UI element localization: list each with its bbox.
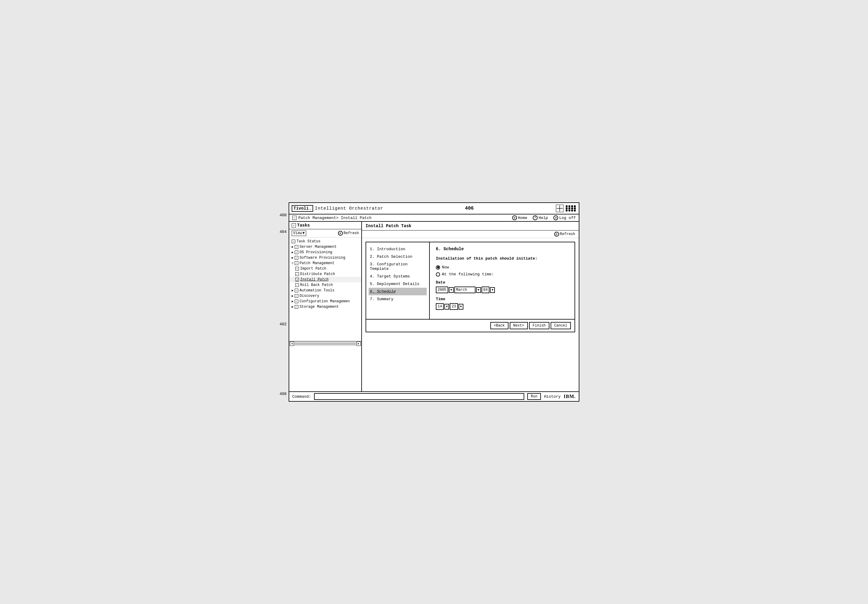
view-arrow: ▼ — [302, 231, 305, 235]
tivoli-label: Tivoli. — [291, 205, 313, 212]
time-row: 14 ▼ 23 ▼ — [436, 303, 569, 310]
sidebar-item-import-patch[interactable]: ✓ Import Patch — [289, 266, 361, 272]
home-link[interactable]: ⊙ Home — [512, 215, 527, 220]
sidebar-label-automation: Automation Tools — [299, 288, 334, 293]
scroll-right-btn[interactable]: ▶ — [356, 342, 361, 346]
arrow-automation: ▶ — [291, 289, 293, 292]
checkbox-import-patch: ✓ — [295, 267, 299, 270]
wizard-step-2[interactable]: 2. Patch Selection — [369, 253, 427, 261]
sidebar-label-distribute-patch: Distribute Patch — [300, 272, 335, 276]
year-dropdown-btn[interactable]: ▼ — [449, 287, 454, 293]
nav-bar: ✓ Patch Management> Install Patch ⊙ Home… — [289, 214, 579, 222]
wizard-step-5[interactable]: 5. Deployment Details — [369, 280, 427, 288]
radio-at-time[interactable] — [436, 272, 440, 276]
sidebar-item-rollback-patch[interactable]: ✓ Roll Back Patch — [289, 282, 361, 288]
checkbox-server-mgmt: ✓ — [294, 245, 298, 249]
step-1-num: 1. — [370, 247, 375, 252]
sidebar-item-patch-mgmt[interactable]: ▽ ✓ Patch Management — [289, 261, 361, 266]
step-4-label: Target Systems — [377, 274, 410, 279]
month-input[interactable]: March — [454, 287, 476, 293]
wizard-steps: 1. Introduction 2. Patch Selection 3. Co… — [366, 242, 430, 319]
minute-dropdown-btn[interactable]: ▼ — [459, 304, 463, 310]
sidebar: ✓ Tasks View ▼ ⊙ Refresh — [289, 222, 362, 391]
sidebar-item-os-prov[interactable]: ▶ ✓ OS Provisioning — [289, 250, 361, 255]
sidebar-item-config-mgmt[interactable]: ▶ ✓ Configuration Managemen — [289, 299, 361, 304]
step-6-label: Schedule — [377, 289, 395, 294]
main-refresh-btn[interactable]: ⊙ Refresh — [554, 232, 575, 237]
orchestrator-icon — [555, 204, 564, 213]
wizard-step-1[interactable]: 1. Introduction — [369, 245, 427, 253]
sidebar-refresh-btn[interactable]: ⊙ Refresh — [338, 231, 359, 236]
help-link[interactable]: ? Help — [533, 215, 548, 220]
breadcrumb: ✓ Patch Management> Install Patch — [292, 216, 372, 220]
cancel-button[interactable]: Cancel — [550, 322, 571, 329]
arrow-storage-mgmt: ▶ — [291, 305, 293, 309]
radio-now[interactable] — [436, 266, 440, 270]
checkbox-distribute-patch: ✓ — [295, 272, 299, 276]
arrow-patch-mgmt: ▽ — [291, 261, 293, 265]
month-dropdown-btn[interactable]: ▼ — [476, 287, 481, 293]
sidebar-item-task-status[interactable]: ✓ Task Status — [289, 239, 361, 244]
view-dropdown[interactable]: View ▼ — [291, 230, 306, 236]
minute-input[interactable]: 23 — [450, 303, 457, 310]
sidebar-item-automation[interactable]: ▶ ✓ Automation Tools — [289, 288, 361, 293]
sidebar-label-install-patch: Install Patch — [300, 278, 329, 282]
sidebar-label-import-patch: Import Patch — [300, 267, 326, 271]
wizard-step-3[interactable]: 3. Configuration Template — [369, 261, 427, 273]
scrollbar-track[interactable] — [294, 343, 356, 345]
finish-button[interactable]: Finish — [529, 322, 549, 329]
sidebar-label-os-prov: OS Provisioning — [299, 250, 332, 255]
step-5-num: 5. — [370, 282, 375, 286]
hour-dropdown-btn[interactable]: ▼ — [444, 304, 449, 310]
history-label: History — [544, 394, 561, 399]
sidebar-item-server-mgmt[interactable]: ▶ ✓ Server Management — [289, 244, 361, 250]
checkbox-task-status: ✓ — [291, 240, 295, 243]
step-5-label: Deployment Details — [377, 282, 419, 286]
sidebar-item-sw-prov[interactable]: ▶ ✓ Software Provisioning — [289, 255, 361, 261]
scroll-left-btn[interactable]: ◀ — [290, 342, 294, 346]
tasks-checkbox[interactable]: ✓ — [291, 223, 296, 227]
sidebar-title: Tasks — [297, 223, 310, 228]
sidebar-label-task-status: Task Status — [296, 239, 321, 244]
main-panel-title: Install Patch Task — [362, 222, 579, 230]
sidebar-item-distribute-patch[interactable]: ✓ Distribute Patch — [289, 272, 361, 277]
label-408: 408 — [279, 392, 287, 396]
sidebar-item-storage-mgmt[interactable]: ▶ ✓ Storage Management — [289, 304, 361, 310]
sidebar-item-discovery[interactable]: ▶ ✓ Discovery — [289, 293, 361, 299]
arrow-server-mgmt: ▶ — [291, 245, 293, 249]
hour-input[interactable]: 14 — [436, 303, 444, 310]
time-label: Time — [436, 297, 569, 301]
app-name: Intelligent Orchestrator — [315, 206, 383, 211]
next-button[interactable]: Next> — [510, 322, 528, 329]
date-section: Date 2005 ▼ March ▼ 04 ▼ — [436, 280, 569, 293]
home-label: Home — [518, 216, 527, 220]
sidebar-refresh-label: Refresh — [344, 231, 359, 235]
step-6-num: 6. — [370, 289, 375, 294]
checkbox-config-mgmt: ✓ — [294, 300, 298, 303]
sidebar-item-install-patch[interactable]: ✓ Install Patch — [289, 277, 361, 282]
radio-time-row: At the following time: — [436, 272, 569, 276]
nav-checkbox-1[interactable]: ✓ — [292, 216, 296, 220]
wizard-step-6[interactable]: 6. Schedule — [369, 288, 427, 295]
icon-dots — [566, 205, 577, 211]
step-3-num: 3. — [370, 262, 375, 267]
year-input[interactable]: 2005 — [436, 287, 448, 293]
wizard-step-7[interactable]: 7. Summary — [369, 295, 427, 303]
logoff-link[interactable]: ⊘ Log off — [553, 215, 576, 220]
radio-now-label: Now — [442, 265, 449, 270]
radio-group: Now At the following time: — [436, 265, 569, 276]
step-3-label: Configuration Template — [370, 262, 408, 271]
step-4-num: 4. — [370, 274, 375, 279]
wizard-step-4[interactable]: 4. Target Systems — [369, 273, 427, 280]
back-button[interactable]: <Back — [490, 322, 508, 329]
command-input[interactable] — [314, 393, 524, 400]
main-panel-toolbar: ⊙ Refresh — [362, 230, 579, 238]
sidebar-scrollbar: ◀ ▶ — [289, 341, 361, 346]
checkbox-os-prov: ✓ — [294, 250, 298, 254]
step-1-label: Introduction — [377, 247, 405, 252]
day-input[interactable]: 04 — [482, 287, 490, 293]
checkbox-install-patch: ✓ — [295, 278, 299, 281]
run-button[interactable]: Run — [527, 393, 541, 400]
sidebar-header: ✓ Tasks — [289, 222, 361, 229]
day-dropdown-btn[interactable]: ▼ — [490, 287, 495, 293]
